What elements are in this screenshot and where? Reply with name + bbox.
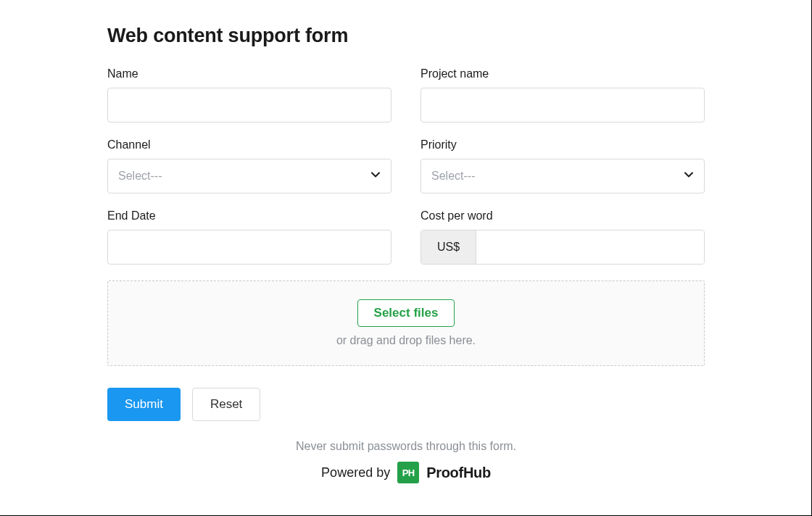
end-date-label: End Date xyxy=(107,209,392,222)
reset-button[interactable]: Reset xyxy=(192,388,260,421)
page-title: Web content support form xyxy=(107,25,705,47)
proofhub-brand-name: ProofHub xyxy=(426,465,491,481)
row-3: End Date Cost per word US$ xyxy=(107,209,705,265)
channel-select[interactable] xyxy=(107,159,392,194)
proofhub-logo-icon: PH xyxy=(397,462,419,483)
file-dropzone[interactable]: Select files or drag and drop files here… xyxy=(107,280,705,366)
form-actions: Submit Reset xyxy=(107,388,705,421)
row-2: Channel Priority xyxy=(107,138,705,194)
field-priority: Priority xyxy=(420,138,705,194)
cost-per-word-label: Cost per word xyxy=(420,209,705,222)
field-cost-per-word: Cost per word US$ xyxy=(420,209,705,265)
name-label: Name xyxy=(107,67,392,80)
end-date-input[interactable] xyxy=(107,230,392,265)
cost-per-word-input[interactable] xyxy=(476,230,704,264)
dropzone-hint: or drag and drop files here. xyxy=(336,334,476,347)
priority-label: Priority xyxy=(420,138,705,151)
priority-select[interactable] xyxy=(420,159,705,194)
currency-prefix: US$ xyxy=(421,230,476,264)
powered-by: Powered by PH ProofHub xyxy=(321,462,491,483)
password-warning: Never submit passwords through this form… xyxy=(107,440,705,453)
row-1: Name Project name xyxy=(107,67,705,122)
submit-button[interactable]: Submit xyxy=(107,388,181,421)
select-files-button[interactable]: Select files xyxy=(357,299,455,327)
field-name: Name xyxy=(107,67,392,122)
form-container: Web content support form Name Project na… xyxy=(0,0,812,483)
project-name-input[interactable] xyxy=(420,88,705,122)
field-end-date: End Date xyxy=(107,209,392,265)
name-input[interactable] xyxy=(107,88,392,122)
field-project-name: Project name xyxy=(420,67,705,122)
field-channel: Channel xyxy=(107,138,392,194)
project-name-label: Project name xyxy=(420,67,705,80)
form-footer: Never submit passwords through this form… xyxy=(107,440,705,483)
powered-by-text: Powered by xyxy=(321,465,390,480)
channel-label: Channel xyxy=(107,138,392,151)
